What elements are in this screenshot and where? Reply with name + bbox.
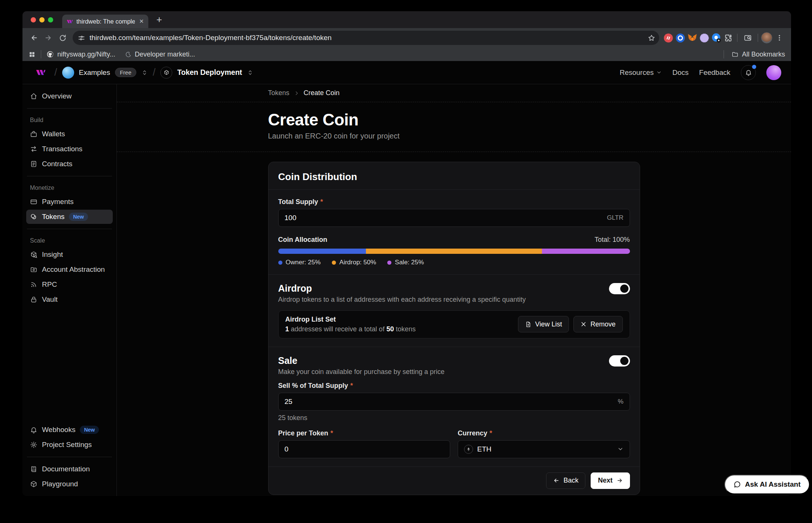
sidebar-item-wallets[interactable]: Wallets xyxy=(26,127,113,141)
x-icon xyxy=(581,321,587,327)
docs-link[interactable]: Docs xyxy=(672,69,688,77)
airdrop-toggle[interactable] xyxy=(609,283,630,294)
tab-close-icon[interactable]: ✕ xyxy=(138,18,145,25)
extension-pocket-icon[interactable] xyxy=(662,32,674,44)
tab-search-button[interactable] xyxy=(740,31,755,45)
sidebar-section-build: Build xyxy=(30,117,109,124)
back-step-button[interactable]: Back xyxy=(546,472,585,489)
chrome-profile-avatar[interactable] xyxy=(761,32,772,43)
price-input[interactable] xyxy=(285,445,444,453)
currency-field: Currency * xyxy=(458,429,630,458)
sale-toggle[interactable] xyxy=(609,355,630,367)
breadcrumb-tokens-link[interactable]: Tokens xyxy=(268,89,290,97)
sidebar-item-contracts[interactable]: Contracts xyxy=(26,157,113,171)
sidebar-item-transactions[interactable]: Transactions xyxy=(26,142,113,156)
legend-dot-owner xyxy=(278,261,282,265)
price-field: Price per Token * xyxy=(278,429,451,458)
sidebar-item-webhooks[interactable]: Webhooks New xyxy=(26,423,113,437)
cube-icon xyxy=(164,70,169,75)
breadcrumb-current: Create Coin xyxy=(304,89,340,97)
project-name[interactable]: Token Deployment xyxy=(177,68,242,77)
view-list-button[interactable]: View List xyxy=(518,316,569,332)
sidebar-item-account-abstraction[interactable]: Account Abstraction xyxy=(26,262,113,277)
bookmark-star-icon[interactable] xyxy=(648,34,655,42)
extensions-puzzle-icon[interactable] xyxy=(722,32,734,44)
forward-button[interactable] xyxy=(41,31,55,45)
next-step-button[interactable]: Next xyxy=(591,472,630,489)
sidebar-item-label: Playground xyxy=(42,480,78,488)
sidebar-item-label: RPC xyxy=(42,280,57,289)
sidebar-item-rpc[interactable]: RPC xyxy=(26,277,113,292)
extension-metamask-icon[interactable] xyxy=(686,32,698,44)
apps-grid-button[interactable] xyxy=(28,51,36,58)
sidebar-item-project-settings[interactable]: Project Settings xyxy=(26,438,113,452)
sidebar-item-insight[interactable]: Insight xyxy=(26,247,113,262)
maximize-window-button[interactable] xyxy=(48,17,53,22)
sale-title: Sale xyxy=(278,355,445,366)
content-area: Coin Distribution Total Supply * xyxy=(117,152,791,496)
currency-select[interactable]: ETH xyxy=(458,440,630,458)
resources-menu[interactable]: Resources xyxy=(619,69,662,77)
thirdweb-dashboard: / Examples Free / Token Deployment xyxy=(22,61,791,496)
ask-ai-assistant-button[interactable]: Ask AI Assistant xyxy=(724,475,810,494)
sidebar-item-documentation[interactable]: Documentation xyxy=(26,462,113,476)
bookmark-developer-marketing[interactable]: Developer marketi... xyxy=(125,51,195,58)
remove-list-button[interactable]: Remove xyxy=(573,316,622,332)
team-avatar[interactable] xyxy=(62,67,74,79)
notifications-button[interactable] xyxy=(741,65,756,80)
total-supply-input[interactable] xyxy=(285,214,603,222)
thirdweb-logo[interactable] xyxy=(32,67,49,77)
sidebar-item-tokens[interactable]: Tokens New xyxy=(26,210,113,224)
new-badge: New xyxy=(69,213,88,221)
docs-label: Docs xyxy=(672,69,688,77)
bookmark-niftyswap[interactable]: niftyswap.gg/Nifty... xyxy=(46,51,115,58)
tab-title: thirdweb: The complete web3 xyxy=(76,18,135,25)
extension-blue-ring-icon[interactable] xyxy=(674,32,686,44)
sell-percent-input[interactable] xyxy=(285,398,614,406)
sidebar-item-vault[interactable]: Vault xyxy=(26,292,113,307)
allocation-segment-sale xyxy=(542,249,630,254)
sidebar-divider xyxy=(27,457,112,457)
toolbar-separator xyxy=(758,34,758,42)
back-button[interactable] xyxy=(27,31,41,45)
sidebar-item-label: Tokens xyxy=(42,213,64,221)
legend-item-owner: Owner: 25% xyxy=(278,259,321,266)
sidebar-item-payments[interactable]: Payments xyxy=(26,195,113,209)
feedback-link[interactable]: Feedback xyxy=(699,69,730,77)
total-supply-unit: GLTR xyxy=(607,214,623,222)
team-switcher-icon[interactable] xyxy=(141,69,148,76)
close-window-button[interactable] xyxy=(31,17,36,22)
browser-tab[interactable]: thirdweb: The complete web3 ✕ xyxy=(62,15,148,28)
chrome-menu-button[interactable] xyxy=(772,31,787,45)
gear-icon xyxy=(30,441,37,448)
team-name[interactable]: Examples xyxy=(79,69,110,77)
project-switcher-icon[interactable] xyxy=(247,69,254,76)
browser-toolbar: thirdweb.com/team/examples/Token-Deploym… xyxy=(22,28,791,48)
new-tab-button[interactable]: + xyxy=(154,14,165,25)
chevron-down-icon xyxy=(656,70,662,75)
sidebar-item-playground[interactable]: Playground xyxy=(26,477,113,491)
all-bookmarks-button[interactable]: All Bookmarks xyxy=(731,51,785,58)
thirdweb-favicon xyxy=(67,18,73,25)
page-header: Create Coin Launch an ERC-20 coin for yo… xyxy=(117,102,791,152)
breadcrumb-row: Tokens Create Coin xyxy=(117,84,791,102)
sidebar-divider xyxy=(27,229,112,229)
sidebar-item-label: Webhooks xyxy=(42,426,75,434)
minimize-window-button[interactable] xyxy=(39,17,45,22)
signal-icon xyxy=(30,281,37,288)
extension-loom-icon[interactable] xyxy=(710,32,722,44)
legend-dot-airdrop xyxy=(332,261,336,265)
account-avatar[interactable] xyxy=(766,65,781,80)
site-settings-icon[interactable] xyxy=(78,34,85,42)
bookmark-label: niftyswap.gg/Nifty... xyxy=(57,51,115,58)
arrow-left-icon xyxy=(30,34,38,42)
url-text[interactable]: thirdweb.com/team/examples/Token-Deploym… xyxy=(90,34,643,42)
bell-icon xyxy=(30,426,37,434)
box-icon xyxy=(30,480,37,488)
reload-button[interactable] xyxy=(55,31,70,45)
extension-lavender-icon[interactable] xyxy=(698,32,710,44)
supply-section: Total Supply * GLTR Coin Allocation xyxy=(269,189,640,274)
sidebar-item-label: Insight xyxy=(42,250,63,259)
sidebar-item-overview[interactable]: Overview xyxy=(26,89,113,103)
url-bar[interactable]: thirdweb.com/team/examples/Token-Deploym… xyxy=(73,31,659,45)
